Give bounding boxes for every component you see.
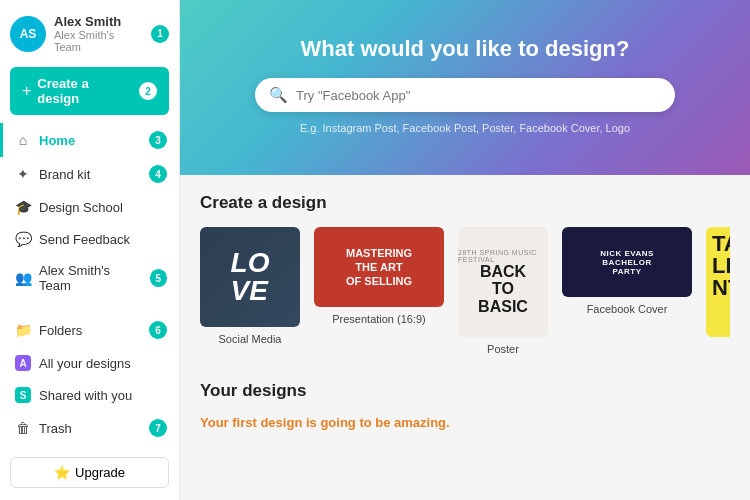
nav-item-home[interactable]: ⌂ Home 3 <box>0 123 179 157</box>
nav-item-folders[interactable]: 📁 Folders 6 <box>0 313 179 347</box>
design-card-facebook-cover[interactable]: NICK EVANSBACHELORPARTY Facebook Cover <box>562 227 692 355</box>
all-designs-icon: A <box>15 355 31 371</box>
presentation-label: Presentation (16:9) <box>332 313 426 325</box>
search-icon: 🔍 <box>269 86 288 104</box>
profile-name: Alex Smith <box>54 14 143 29</box>
create-design-button[interactable]: + Create a design 2 <box>10 67 169 115</box>
upgrade-area: ⭐ Upgrade <box>0 445 179 500</box>
plus-icon: + <box>22 82 31 100</box>
badge-1: 1 <box>151 25 169 43</box>
profile-area[interactable]: AS Alex Smith Alex Smith's Team 1 <box>0 0 179 67</box>
shared-icon: S <box>15 387 31 403</box>
design-card-social-media[interactable]: LOVE Social Media <box>200 227 300 355</box>
nav-item-design-school[interactable]: 🎓 Design School <box>0 191 179 223</box>
main-content: What would you like to design? 🔍 E.g. In… <box>180 0 750 500</box>
presentation-thumb: MASTERINGTHE ARTOF SELLING <box>314 227 444 307</box>
your-designs-section: Your designs Your first design is going … <box>200 381 730 430</box>
nav-item-brand-kit[interactable]: ✦ Brand kit 4 <box>0 157 179 191</box>
design-card-poster[interactable]: 28TH SPRING MUSIC FESTIVAL BACKTOBASIC P… <box>458 227 548 355</box>
team-icon: 👥 <box>15 270 31 286</box>
home-icon: ⌂ <box>15 132 31 148</box>
sidebar: AS Alex Smith Alex Smith's Team 1 + Crea… <box>0 0 180 500</box>
social-media-label: Social Media <box>219 333 282 345</box>
badge-4: 4 <box>149 165 167 183</box>
badge-5: 5 <box>150 269 167 287</box>
hero-title: What would you like to design? <box>301 36 630 62</box>
your-designs-title: Your designs <box>200 381 730 401</box>
star-icon: ⭐ <box>54 465 70 480</box>
feedback-icon: 💬 <box>15 231 31 247</box>
badge-6: 6 <box>149 321 167 339</box>
avatar: AS <box>10 16 46 52</box>
search-bar: 🔍 <box>255 78 675 112</box>
social-media-thumb: LOVE <box>200 227 300 327</box>
design-card-presentation[interactable]: MASTERINGTHE ARTOF SELLING Presentation … <box>314 227 444 355</box>
search-input[interactable] <box>296 88 661 103</box>
design-cards-row: LOVE Social Media MASTERINGTHE ARTOF SEL… <box>200 227 730 361</box>
upgrade-button[interactable]: ⭐ Upgrade <box>10 457 169 488</box>
trash-icon: 🗑 <box>15 420 31 436</box>
profile-text: Alex Smith Alex Smith's Team <box>54 14 143 53</box>
nav-item-alex-team[interactable]: 👥 Alex Smith's Team 5 <box>0 255 179 301</box>
badge-3: 3 <box>149 131 167 149</box>
nav-item-all-designs[interactable]: A All your designs <box>0 347 179 379</box>
flyer-thumb: TALENT <box>706 227 730 337</box>
create-section: Create a design LOVE Social Media MASTER… <box>180 175 750 448</box>
hero-banner: What would you like to design? 🔍 E.g. In… <box>180 0 750 175</box>
design-school-icon: 🎓 <box>15 199 31 215</box>
create-section-title: Create a design <box>200 193 730 213</box>
folders-icon: 📁 <box>15 322 31 338</box>
brand-kit-icon: ✦ <box>15 166 31 182</box>
design-card-flyer[interactable]: TALENT Flyer <box>706 227 730 355</box>
facebook-cover-label: Facebook Cover <box>587 303 668 315</box>
your-designs-subtitle: Your first design is going to be amazing… <box>200 415 730 430</box>
badge-7: 7 <box>149 419 167 437</box>
poster-thumb: 28TH SPRING MUSIC FESTIVAL BACKTOBASIC <box>458 227 548 337</box>
profile-team: Alex Smith's Team <box>54 29 143 53</box>
nav-item-shared[interactable]: S Shared with you <box>0 379 179 411</box>
nav-item-trash[interactable]: 🗑 Trash 7 <box>0 411 179 445</box>
badge-2: 2 <box>139 82 157 100</box>
facebook-cover-thumb: NICK EVANSBACHELORPARTY <box>562 227 692 297</box>
hero-examples: E.g. Instagram Post, Facebook Post, Post… <box>300 122 630 134</box>
poster-label: Poster <box>487 343 519 355</box>
nav-item-send-feedback[interactable]: 💬 Send Feedback <box>0 223 179 255</box>
